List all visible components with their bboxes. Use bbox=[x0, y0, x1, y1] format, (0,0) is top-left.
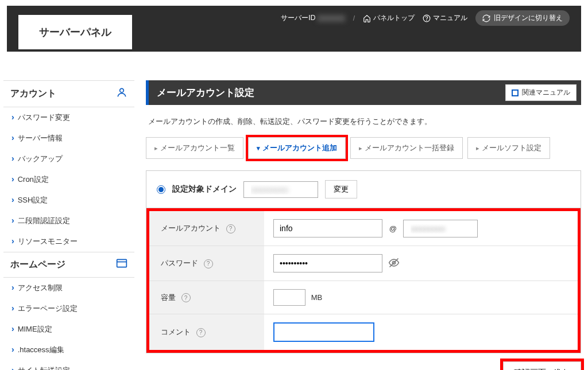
book-icon bbox=[512, 89, 519, 96]
highlighted-form-area: メールアカウント ? @ xxxxxxxxx パスワード ? bbox=[146, 208, 581, 353]
sidebar-item[interactable]: SSH設定 bbox=[3, 190, 134, 211]
svg-rect-3 bbox=[117, 259, 127, 267]
sidebar-section-homepage: ホームページ bbox=[3, 252, 134, 278]
mail-account-input[interactable] bbox=[273, 219, 382, 237]
sidebar-item[interactable]: バックアップ bbox=[3, 149, 134, 169]
page-description: メールアカウントの作成、削除、転送設定、パスワード変更を行うことができます。 bbox=[146, 105, 581, 137]
sidebar-section-account: アカウント bbox=[3, 80, 134, 107]
field-label-comment: コメント ? bbox=[149, 314, 264, 350]
help-icon[interactable]: ? bbox=[226, 224, 235, 233]
sidebar-item[interactable]: エラーページ設定 bbox=[3, 298, 134, 319]
manual-link[interactable]: マニュアル bbox=[423, 13, 467, 23]
confirm-button[interactable]: 確認画面へ進む bbox=[503, 361, 581, 370]
tab-add[interactable]: ▾メールアカウント追加 bbox=[248, 137, 346, 159]
sidebar-item[interactable]: パスワード変更 bbox=[3, 107, 134, 128]
field-label-capacity: 容量 ? bbox=[149, 281, 264, 314]
svg-point-2 bbox=[120, 88, 124, 92]
sidebar-list-account: パスワード変更 サーバー情報 バックアップ Cron設定 SSH設定 二段階認証… bbox=[3, 107, 134, 252]
comment-input[interactable] bbox=[273, 322, 374, 342]
tab-softset[interactable]: ▸メールソフト設定 bbox=[467, 137, 550, 159]
tab-list[interactable]: ▸メールアカウント一覧 bbox=[146, 137, 243, 159]
help-icon[interactable]: ? bbox=[204, 259, 213, 268]
sidebar-item[interactable]: サーバー情報 bbox=[3, 128, 134, 149]
header-bar: サーバーID / パネルトップ マニュアル 旧デザインに切り替え サーバーパネル bbox=[7, 6, 581, 52]
window-icon bbox=[116, 258, 127, 271]
chevron-right-icon: ▸ bbox=[154, 145, 158, 152]
sidebar-list-homepage: アクセス制限 エラーページ設定 MIME設定 .htaccess編集 サイト転送… bbox=[3, 278, 134, 370]
target-domain-label: 設定対象ドメイン bbox=[172, 184, 237, 194]
sidebar-item[interactable]: リソースモニター bbox=[3, 231, 134, 252]
user-icon bbox=[116, 87, 127, 101]
sidebar-item[interactable]: アクセス制限 bbox=[3, 278, 134, 298]
tab-bulk[interactable]: ▸メールアカウント一括登録 bbox=[350, 137, 463, 159]
server-id-value bbox=[318, 15, 345, 22]
field-label-account: メールアカウント ? bbox=[149, 211, 264, 246]
separator: / bbox=[353, 14, 355, 22]
logo: サーバーパネル bbox=[18, 15, 132, 49]
main-content: メールアカウント設定 関連マニュアル メールアカウントの作成、削除、転送設定、パ… bbox=[146, 80, 581, 370]
panel-top-link[interactable]: パネルトップ bbox=[363, 13, 415, 23]
mail-domain-select[interactable]: xxxxxxxxx bbox=[403, 220, 478, 237]
page-title: メールアカウント設定 bbox=[149, 80, 262, 105]
capacity-input[interactable] bbox=[273, 289, 305, 306]
server-id-label: サーバーID bbox=[281, 13, 345, 23]
form-panel: 設定対象ドメイン xxxxxxxxxx 変更 メールアカウント ? @ xxx bbox=[146, 170, 581, 353]
sidebar-item[interactable]: MIME設定 bbox=[3, 319, 134, 340]
svg-point-1 bbox=[427, 20, 427, 20]
capacity-unit: MB bbox=[311, 293, 323, 302]
chevron-down-icon: ▾ bbox=[257, 145, 260, 152]
page-heading: メールアカウント設定 関連マニュアル bbox=[146, 80, 581, 105]
tab-bar: ▸メールアカウント一覧 ▾メールアカウント追加 ▸メールアカウント一括登録 ▸メ… bbox=[146, 137, 581, 159]
form-table: メールアカウント ? @ xxxxxxxxx パスワード ? bbox=[149, 211, 578, 350]
at-sign: @ bbox=[389, 224, 397, 233]
password-input[interactable] bbox=[273, 254, 382, 272]
help-icon bbox=[423, 14, 431, 22]
switch-design-button[interactable]: 旧デザインに切り替え bbox=[475, 10, 570, 26]
refresh-icon bbox=[482, 14, 490, 22]
target-domain-select[interactable]: xxxxxxxxxx bbox=[243, 181, 318, 198]
change-domain-button[interactable]: 変更 bbox=[325, 180, 357, 198]
sidebar-item[interactable]: 二段階認証設定 bbox=[3, 211, 134, 231]
related-manual-button[interactable]: 関連マニュアル bbox=[505, 84, 577, 101]
sidebar-item[interactable]: .htaccess編集 bbox=[3, 340, 134, 360]
help-icon[interactable]: ? bbox=[181, 293, 191, 302]
sidebar-item[interactable]: サイト転送設定 bbox=[3, 360, 134, 370]
field-label-password: パスワード ? bbox=[149, 246, 264, 281]
target-domain-radio[interactable] bbox=[157, 185, 165, 194]
chevron-right-icon: ▸ bbox=[476, 145, 479, 152]
sidebar-item[interactable]: Cron設定 bbox=[3, 169, 134, 190]
eye-off-icon[interactable] bbox=[388, 257, 400, 270]
sidebar: アカウント パスワード変更 サーバー情報 バックアップ Cron設定 SSH設定… bbox=[3, 80, 134, 370]
submit-row: 確認画面へ進む bbox=[146, 353, 581, 370]
target-domain-row: 設定対象ドメイン xxxxxxxxxx 変更 bbox=[146, 171, 581, 208]
help-icon[interactable]: ? bbox=[196, 328, 206, 337]
home-icon bbox=[363, 14, 371, 22]
chevron-right-icon: ▸ bbox=[359, 145, 362, 152]
